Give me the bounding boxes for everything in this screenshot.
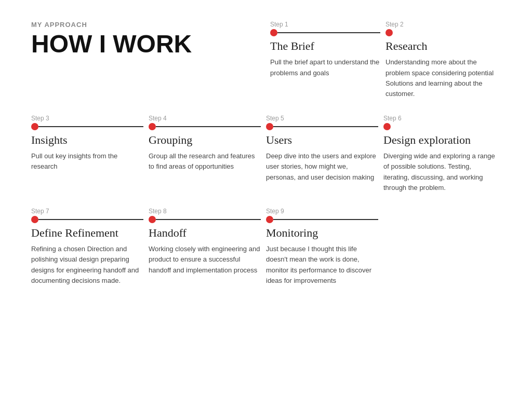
step-block-5: Step 5 Users Deep dive into the users an…: [266, 115, 383, 183]
step-timeline-4: [149, 123, 261, 130]
step-label-9: Step 9: [266, 208, 378, 215]
step-line-9: [273, 219, 378, 220]
step-block-9: Step 9 Monitoring Just because I thought…: [266, 208, 383, 286]
step-desc-5: Deep dive into the users and explore use…: [266, 151, 378, 182]
step-timeline-9: [266, 216, 378, 223]
step-line-4: [156, 126, 261, 127]
main-title: HOW I WORK: [31, 32, 270, 57]
step-label-1: Step 1: [270, 21, 380, 28]
step-title-9: Monitoring: [266, 226, 378, 240]
step-dot-7: [31, 216, 38, 223]
step-desc-7: Refining a chosen Direction and polishin…: [31, 244, 143, 286]
step-timeline-1: [270, 29, 380, 36]
step-block-2: Step 2 Research Understanding more about…: [385, 21, 501, 99]
step-desc-1: Pull the brief apart to understand the p…: [270, 57, 380, 78]
step-desc-3: Pull out key insights from the research: [31, 151, 143, 172]
step-timeline-8: [149, 216, 261, 223]
step-desc-6: Diverging wide and exploring a range of …: [383, 151, 496, 193]
step-dot-9: [266, 216, 273, 223]
row1-steps: Step 1 The Brief Pull the brief apart to…: [270, 21, 501, 99]
step-dot-3: [31, 123, 38, 130]
row3-steps: Step 7 Define Refinement Refining a chos…: [31, 208, 501, 286]
step-label-6: Step 6: [383, 115, 496, 122]
step-dot-2: [385, 29, 393, 36]
step-dot-1: [270, 29, 277, 36]
step-label-8: Step 8: [149, 208, 261, 215]
page: MY APPROACH HOW I WORK Step 1 The Brief …: [0, 0, 532, 321]
step-desc-2: Understanding more about the problem spa…: [385, 57, 496, 99]
step-line-7: [38, 219, 143, 220]
step-line-8: [156, 219, 261, 220]
step-block-3: Step 3 Insights Pull out key insights fr…: [31, 115, 149, 172]
step-timeline-7: [31, 216, 143, 223]
step-label-7: Step 7: [31, 208, 143, 215]
step-label-4: Step 4: [149, 115, 261, 122]
step-title-4: Grouping: [149, 133, 261, 147]
step-line-3: [38, 126, 143, 127]
step-dot-8: [149, 216, 156, 223]
step-desc-9: Just because I thought this life doesn't…: [266, 244, 378, 286]
step-timeline-6: [383, 123, 496, 130]
row2-steps: Step 3 Insights Pull out key insights fr…: [31, 115, 501, 193]
step-label-5: Step 5: [266, 115, 378, 122]
step-timeline-5: [266, 123, 378, 130]
step-timeline-3: [31, 123, 143, 130]
step-desc-8: Working closely with engineering and pro…: [149, 244, 261, 275]
step-title-1: The Brief: [270, 39, 380, 53]
step-block-7: Step 7 Define Refinement Refining a chos…: [31, 208, 149, 286]
step-title-8: Handoff: [149, 226, 261, 240]
step-title-6: Design exploration: [383, 133, 496, 147]
step-line-5: [273, 126, 378, 127]
row-first: MY APPROACH HOW I WORK Step 1 The Brief …: [31, 21, 501, 99]
step-title-3: Insights: [31, 133, 143, 147]
step-timeline-2: [385, 29, 496, 36]
step-label-2: Step 2: [385, 21, 496, 28]
sub-heading: MY APPROACH: [31, 21, 270, 29]
step-block-4: Step 4 Grouping Group all the research a…: [149, 115, 266, 172]
step-dot-5: [266, 123, 273, 130]
step-dot-4: [149, 123, 156, 130]
header-section: MY APPROACH HOW I WORK: [31, 21, 270, 57]
step-title-7: Define Refinement: [31, 226, 143, 240]
step-block-1: Step 1 The Brief Pull the brief apart to…: [270, 21, 385, 99]
step-block-8: Step 8 Handoff Working closely with engi…: [149, 208, 266, 276]
step-title-5: Users: [266, 133, 378, 147]
step-desc-4: Group all the research and features to f…: [149, 151, 261, 172]
step-line-1: [277, 32, 380, 33]
step-block-6: Step 6 Design exploration Diverging wide…: [383, 115, 501, 193]
step-dot-6: [383, 123, 391, 130]
step-label-3: Step 3: [31, 115, 143, 122]
step-title-2: Research: [385, 39, 496, 53]
